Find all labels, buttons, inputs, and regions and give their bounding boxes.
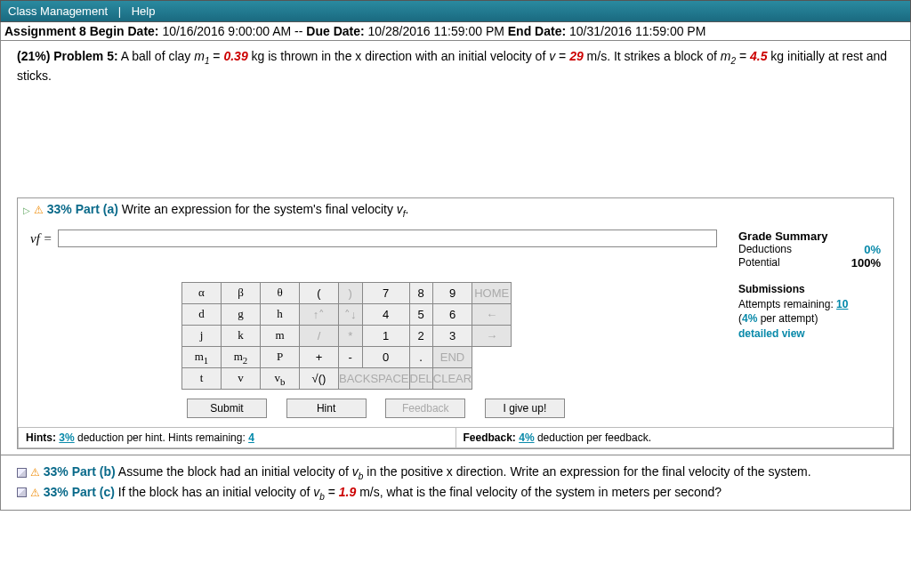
t: A ball of clay xyxy=(121,49,195,63)
help-link[interactable]: Help xyxy=(132,4,156,18)
key-up[interactable]: ↑˄ xyxy=(300,303,339,325)
header-bar: Class Management | Help xyxy=(0,0,911,22)
key-2[interactable]: 2 xyxy=(409,325,432,346)
giveup-button[interactable]: I give up! xyxy=(485,399,565,418)
submissions-box: Submissions Attempts remaining: 10 (4% p… xyxy=(738,282,881,390)
keypad-area: α β θ ( ) 7 8 9 HOME d g h ↑˄ xyxy=(18,273,893,395)
class-management-link[interactable]: Class Management xyxy=(8,4,108,18)
key-mul[interactable]: * xyxy=(339,325,363,346)
t: = xyxy=(555,49,569,63)
hint-button[interactable]: Hint xyxy=(286,399,367,418)
key-sqrt[interactable]: √() xyxy=(300,367,339,389)
due-date: 10/28/2016 11:59:00 PM xyxy=(368,24,504,38)
key-alpha[interactable]: α xyxy=(182,282,222,303)
grade-summary: Grade Summary Deductions0% Potential100% xyxy=(738,230,881,270)
key-beta[interactable]: β xyxy=(222,282,261,303)
key-clear[interactable]: CLEAR xyxy=(432,367,472,389)
attempts-value: 10 xyxy=(836,298,848,310)
key-vb[interactable]: vb xyxy=(261,367,300,389)
value-m1: 0.39 xyxy=(223,49,247,63)
key-left[interactable]: ← xyxy=(472,303,512,325)
key-right[interactable]: → xyxy=(472,325,512,346)
collapse-icon[interactable] xyxy=(17,487,27,497)
key-9[interactable]: 9 xyxy=(432,282,472,303)
part-a-label: Part (a) xyxy=(76,202,118,216)
var: m xyxy=(721,49,731,63)
sep: -- xyxy=(294,24,302,38)
key-theta[interactable]: θ xyxy=(261,282,300,303)
key-del[interactable]: DEL xyxy=(409,367,432,389)
key-v[interactable]: v xyxy=(222,367,261,389)
key-p[interactable]: P xyxy=(261,346,300,367)
sep: | xyxy=(118,4,121,18)
key-3[interactable]: 3 xyxy=(432,325,472,346)
key-j[interactable]: j xyxy=(182,325,222,346)
value-v: 29 xyxy=(569,49,584,63)
key-6[interactable]: 6 xyxy=(432,303,472,325)
t: deduction per feedback. xyxy=(535,431,651,444)
key-down[interactable]: ˄↓ xyxy=(339,303,363,325)
key-h[interactable]: h xyxy=(261,303,300,325)
t: kg is thrown in the x direction with an … xyxy=(248,49,550,63)
begin-label: Begin Date: xyxy=(90,24,159,38)
key-div[interactable]: / xyxy=(300,325,339,346)
key-lparen[interactable]: ( xyxy=(300,282,339,303)
part-a-prompt: Write an expression for the system's fin… xyxy=(122,202,397,216)
due-label: Due Date: xyxy=(306,24,364,38)
t: m/s. It strikes a block of xyxy=(584,49,721,63)
key-7[interactable]: 7 xyxy=(362,282,409,303)
key-m1[interactable]: m1 xyxy=(182,346,222,367)
key-dot[interactable]: . xyxy=(409,346,432,367)
problem-weight: (21%) xyxy=(17,49,50,63)
key-home[interactable]: HOME xyxy=(472,282,512,303)
key-5[interactable]: 5 xyxy=(409,303,432,325)
key-backspace[interactable]: BACKSPACE xyxy=(339,367,410,389)
key-end[interactable]: END xyxy=(432,346,472,367)
warning-icon: ⚠ xyxy=(34,204,44,216)
problem-label: Problem 5: xyxy=(53,49,117,63)
answer-input[interactable] xyxy=(58,230,717,247)
key-rparen[interactable]: ) xyxy=(339,282,363,303)
hints-info: Hints: 3% deduction per hint. Hints rema… xyxy=(19,428,456,447)
t: = xyxy=(209,49,223,63)
part-c: ⚠ 33% Part (c) If the block has an initi… xyxy=(17,483,894,503)
part-a-header: ▷ ⚠ 33% Part (a) Write an expression for… xyxy=(18,198,893,222)
key-4[interactable]: 4 xyxy=(362,303,409,325)
value-vb: 1.9 xyxy=(339,485,356,499)
submissions-title: Submissions xyxy=(738,283,805,295)
begin-date: 10/16/2016 9:00:00 AM xyxy=(162,24,291,38)
problem-panel: (21%) Problem 5: A ball of clay m1 = 0.3… xyxy=(0,40,911,455)
key-k[interactable]: k xyxy=(222,325,261,346)
var: v xyxy=(352,464,359,479)
expand-icon[interactable]: ▷ xyxy=(23,205,30,215)
grade-title: Grade Summary xyxy=(738,230,827,243)
key-m2[interactable]: m2 xyxy=(222,346,261,367)
key-0[interactable]: 0 xyxy=(362,346,409,367)
var: v xyxy=(397,202,403,216)
key-minus[interactable]: - xyxy=(339,346,363,367)
deductions-label: Deductions xyxy=(738,243,792,256)
part-c-label: Part (c) xyxy=(72,485,115,499)
submit-button[interactable]: Submit xyxy=(187,399,267,418)
collapse-icon[interactable] xyxy=(17,468,27,478)
feedback-info: Feedback: 4% deduction per feedback. xyxy=(456,428,893,447)
hints-row: Hints: 3% deduction per hint. Hints rema… xyxy=(18,427,893,448)
key-m[interactable]: m xyxy=(261,325,300,346)
t: in the positive x direction. Write an ex… xyxy=(363,464,810,479)
feedback-button[interactable]: Feedback xyxy=(385,399,465,418)
part-b: ⚠ 33% Part (b) Assume the block had an i… xyxy=(17,463,894,483)
t: = xyxy=(736,49,750,63)
t: If the block has an initial velocity of xyxy=(118,485,313,499)
potential-value: 100% xyxy=(851,256,881,270)
key-8[interactable]: 8 xyxy=(409,282,432,303)
var: m xyxy=(194,49,205,63)
key-plus[interactable]: + xyxy=(300,346,339,367)
part-a-percent: 33% xyxy=(47,202,72,216)
key-d[interactable]: d xyxy=(182,303,222,325)
key-g[interactable]: g xyxy=(222,303,261,325)
key-t[interactable]: t xyxy=(182,367,222,389)
key-1[interactable]: 1 xyxy=(362,325,409,346)
bottom-parts: ⚠ 33% Part (b) Assume the block had an i… xyxy=(0,455,911,511)
detailed-view-link[interactable]: detailed view xyxy=(738,327,805,340)
t: deduction per hint. Hints remaining: xyxy=(75,431,248,444)
